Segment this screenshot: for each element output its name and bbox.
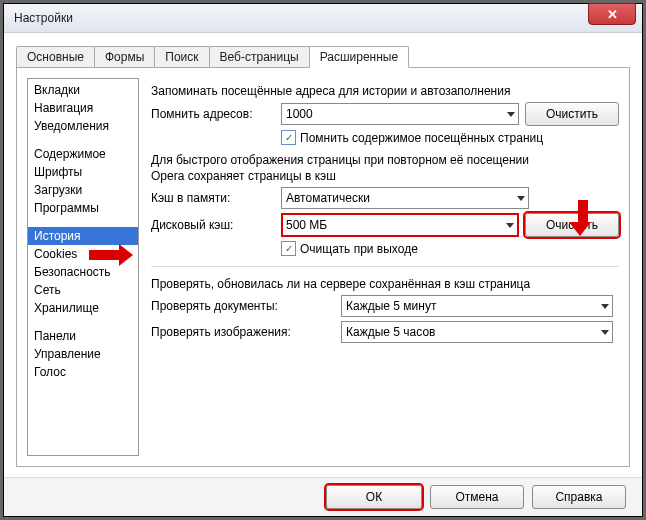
disk-cache-value: 500 МБ xyxy=(286,218,327,232)
nav-content[interactable]: Содержимое xyxy=(28,145,138,163)
clear-on-exit-label: Очищать при выходе xyxy=(300,242,418,256)
nav-tabs[interactable]: Вкладки xyxy=(28,81,138,99)
dialog-button-row: ОК Отмена Справка xyxy=(4,477,642,516)
nav-management[interactable]: Управление xyxy=(28,345,138,363)
nav-panels[interactable]: Панели xyxy=(28,327,138,345)
tab-forms[interactable]: Формы xyxy=(94,46,155,67)
remember-desc: Запоминать посещённые адреса для истории… xyxy=(151,84,619,98)
nav-network[interactable]: Сеть xyxy=(28,281,138,299)
ok-button[interactable]: ОК xyxy=(326,485,422,509)
disk-cache-combo[interactable]: 500 МБ xyxy=(281,213,519,237)
nav-storage[interactable]: Хранилище xyxy=(28,299,138,317)
window-title: Настройки xyxy=(14,11,588,25)
separator xyxy=(151,266,619,267)
cache-desc2: Opera сохраняет страницы в кэш xyxy=(151,169,619,183)
chevron-down-icon xyxy=(517,196,525,201)
chevron-down-icon xyxy=(507,112,515,117)
close-icon: ✕ xyxy=(607,7,618,22)
nav-downloads[interactable]: Загрузки xyxy=(28,181,138,199)
nav-history[interactable]: История xyxy=(28,227,138,245)
settings-column: Запоминать посещённые адреса для истории… xyxy=(151,78,619,456)
nav-voice[interactable]: Голос xyxy=(28,363,138,381)
chevron-down-icon xyxy=(506,223,514,228)
chevron-down-icon xyxy=(601,304,609,309)
check-images-combo[interactable]: Каждые 5 часов xyxy=(341,321,613,343)
remember-content-label: Помнить содержимое посещённых страниц xyxy=(300,131,543,145)
content-area: Основные Формы Поиск Веб-страницы Расшир… xyxy=(4,33,642,477)
check-desc: Проверять, обновилась ли на сервере сохр… xyxy=(151,277,619,291)
annotation-arrow-clear xyxy=(575,200,591,236)
remember-content-checkbox[interactable]: ✓ xyxy=(281,130,296,145)
check-images-value: Каждые 5 часов xyxy=(346,325,435,339)
check-docs-value: Каждые 5 минут xyxy=(346,299,436,313)
tab-advanced[interactable]: Расширенные xyxy=(309,46,410,68)
clear-history-button[interactable]: Очистить xyxy=(525,102,619,126)
close-button[interactable]: ✕ xyxy=(588,3,636,25)
tab-strip: Основные Формы Поиск Веб-страницы Расшир… xyxy=(16,43,630,67)
check-icon: ✓ xyxy=(285,132,293,143)
help-button[interactable]: Справка xyxy=(532,485,626,509)
clear-on-exit-checkbox[interactable]: ✓ xyxy=(281,241,296,256)
tab-basic[interactable]: Основные xyxy=(16,46,95,67)
nav-notifications[interactable]: Уведомления xyxy=(28,117,138,135)
chevron-down-icon xyxy=(601,330,609,335)
disk-cache-label: Дисковый кэш: xyxy=(151,218,281,232)
nav-navigation[interactable]: Навигация xyxy=(28,99,138,117)
tab-panel-advanced: Вкладки Навигация Уведомления Содержимое… xyxy=(16,67,630,467)
mem-cache-combo[interactable]: Автоматически xyxy=(281,187,529,209)
remember-value: 1000 xyxy=(286,107,313,121)
nav-programs[interactable]: Программы xyxy=(28,199,138,217)
check-images-label: Проверять изображения: xyxy=(151,325,341,339)
tab-webpages[interactable]: Веб-страницы xyxy=(209,46,310,67)
check-docs-combo[interactable]: Каждые 5 минут xyxy=(341,295,613,317)
cancel-button[interactable]: Отмена xyxy=(430,485,524,509)
remember-label: Помнить адресов: xyxy=(151,107,281,121)
mem-cache-label: Кэш в памяти: xyxy=(151,191,281,205)
tab-search[interactable]: Поиск xyxy=(154,46,209,67)
mem-cache-value: Автоматически xyxy=(286,191,370,205)
remember-addresses-combo[interactable]: 1000 xyxy=(281,103,519,125)
settings-window: Настройки ✕ Основные Формы Поиск Веб-стр… xyxy=(3,3,643,517)
nav-fonts[interactable]: Шрифты xyxy=(28,163,138,181)
titlebar: Настройки ✕ xyxy=(4,4,642,33)
annotation-arrow-nav xyxy=(89,250,133,266)
check-icon: ✓ xyxy=(285,243,293,254)
cache-desc1: Для быстрого отображения страницы при по… xyxy=(151,153,619,167)
check-docs-label: Проверять документы: xyxy=(151,299,341,313)
nav-list: Вкладки Навигация Уведомления Содержимое… xyxy=(27,78,139,456)
